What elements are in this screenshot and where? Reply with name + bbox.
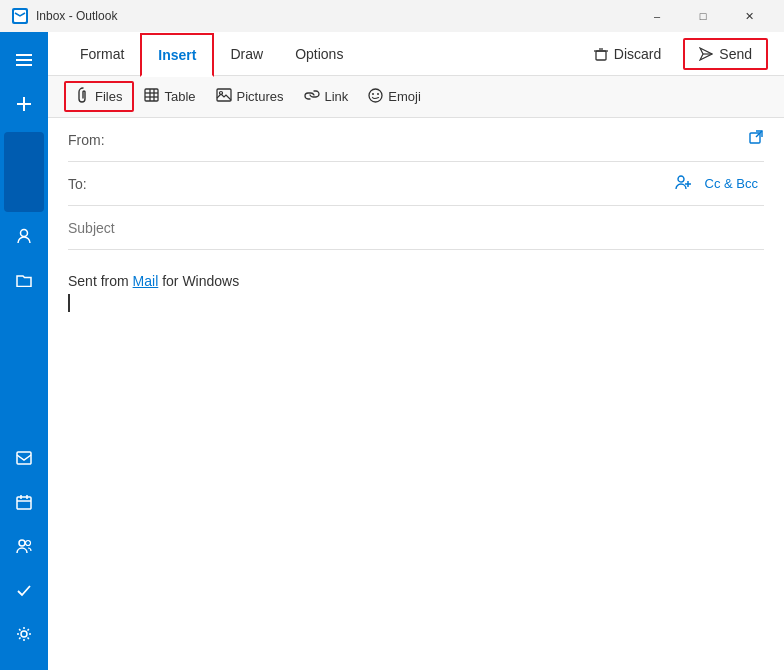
svg-rect-20 bbox=[145, 89, 158, 101]
window-title: Inbox - Outlook bbox=[36, 9, 634, 23]
window-controls: – □ ✕ bbox=[634, 0, 772, 32]
svg-point-13 bbox=[26, 541, 31, 546]
svg-point-14 bbox=[21, 631, 27, 637]
checkmark-sidebar-icon[interactable] bbox=[4, 570, 44, 610]
link-button[interactable]: Link bbox=[294, 84, 359, 109]
send-button[interactable]: Send bbox=[683, 38, 768, 70]
ribbon-actions: Discard Send bbox=[580, 38, 768, 70]
mail-link[interactable]: Mail bbox=[133, 273, 159, 289]
ribbon-tabs: Format Insert Draw Options Discard Send bbox=[48, 32, 784, 76]
svg-point-32 bbox=[678, 176, 684, 182]
mail-sidebar-icon[interactable] bbox=[4, 438, 44, 478]
person-icon[interactable] bbox=[4, 216, 44, 256]
contacts-sidebar-icon[interactable] bbox=[4, 526, 44, 566]
emoji-icon bbox=[368, 88, 383, 106]
subject-field bbox=[68, 206, 764, 250]
app-icon bbox=[12, 8, 28, 24]
svg-line-31 bbox=[756, 131, 762, 137]
text-cursor bbox=[68, 294, 70, 312]
compose-new-icon[interactable] bbox=[4, 84, 44, 124]
sidebar-bottom bbox=[4, 438, 44, 662]
send-icon bbox=[699, 47, 713, 61]
pictures-icon bbox=[216, 88, 232, 105]
compose-area: From: To: Cc & Bcc bbox=[48, 118, 784, 670]
to-actions: Cc & Bcc bbox=[675, 174, 764, 194]
tab-insert[interactable]: Insert bbox=[140, 33, 214, 77]
emoji-button[interactable]: Emoji bbox=[358, 84, 431, 110]
from-field: From: bbox=[68, 118, 764, 162]
from-actions bbox=[748, 129, 764, 150]
to-input[interactable] bbox=[128, 176, 675, 192]
from-input[interactable] bbox=[128, 132, 748, 148]
svg-rect-7 bbox=[17, 452, 31, 464]
table-icon bbox=[144, 88, 159, 105]
content-area: Format Insert Draw Options Discard Send bbox=[48, 32, 784, 670]
sidebar bbox=[0, 32, 48, 670]
pictures-button[interactable]: Pictures bbox=[206, 84, 294, 109]
cc-bcc-button[interactable]: Cc & Bcc bbox=[699, 174, 764, 193]
body-text: Sent from Mail for Windows bbox=[68, 270, 764, 292]
ribbon-toolbar: Files Table Pictures Link bbox=[48, 76, 784, 118]
svg-point-12 bbox=[19, 540, 25, 546]
maximize-button[interactable]: □ bbox=[680, 0, 726, 32]
folder-icon[interactable] bbox=[4, 260, 44, 300]
sidebar-top bbox=[4, 40, 44, 438]
svg-rect-15 bbox=[596, 51, 606, 60]
files-button[interactable]: Files bbox=[64, 81, 134, 112]
svg-rect-8 bbox=[17, 497, 31, 509]
discard-button[interactable]: Discard bbox=[580, 40, 675, 68]
to-field: To: Cc & Bcc bbox=[68, 162, 764, 206]
table-button[interactable]: Table bbox=[134, 84, 205, 109]
to-label: To: bbox=[68, 176, 128, 192]
link-icon bbox=[304, 88, 320, 105]
body-area[interactable]: Sent from Mail for Windows bbox=[68, 250, 764, 670]
from-label: From: bbox=[68, 132, 128, 148]
settings-sidebar-icon[interactable] bbox=[4, 614, 44, 654]
svg-rect-25 bbox=[217, 89, 231, 101]
avatar[interactable] bbox=[4, 132, 44, 212]
trash-icon bbox=[594, 47, 608, 61]
subject-input[interactable] bbox=[68, 220, 764, 236]
titlebar: Inbox - Outlook – □ ✕ bbox=[0, 0, 784, 32]
tab-format[interactable]: Format bbox=[64, 33, 140, 77]
open-icon[interactable] bbox=[748, 129, 764, 150]
main-layout: Format Insert Draw Options Discard Send bbox=[0, 32, 784, 670]
minimize-button[interactable]: – bbox=[634, 0, 680, 32]
paperclip-icon bbox=[76, 87, 90, 106]
close-button[interactable]: ✕ bbox=[726, 0, 772, 32]
svg-point-27 bbox=[369, 89, 382, 102]
hamburger-icon[interactable] bbox=[4, 40, 44, 80]
svg-point-6 bbox=[21, 230, 28, 237]
calendar-sidebar-icon[interactable] bbox=[4, 482, 44, 522]
add-person-icon[interactable] bbox=[675, 174, 691, 194]
tab-draw[interactable]: Draw bbox=[214, 33, 279, 77]
svg-point-28 bbox=[372, 93, 374, 95]
svg-point-29 bbox=[377, 93, 379, 95]
tab-options[interactable]: Options bbox=[279, 33, 359, 77]
